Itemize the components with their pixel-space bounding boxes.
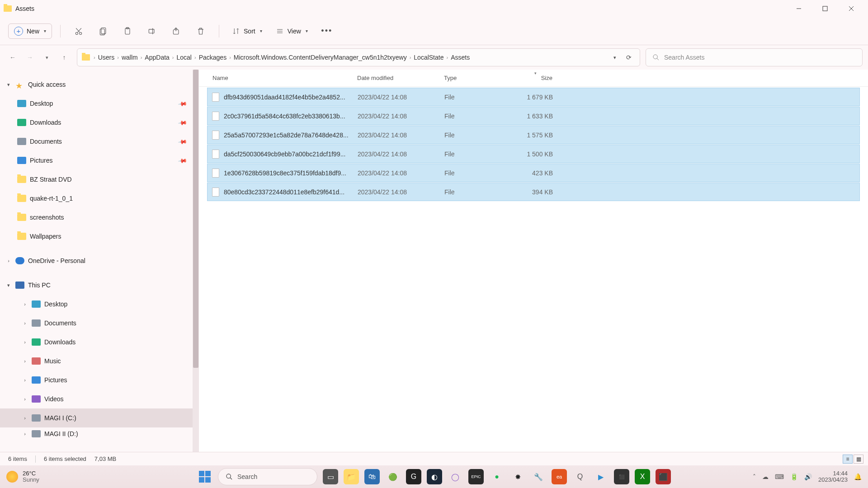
cut-button[interactable] xyxy=(69,22,89,40)
breadcrumb[interactable]: LocalState xyxy=(414,54,443,61)
file-explorer-button[interactable]: 📁 xyxy=(344,469,359,484)
file-row[interactable]: 2c0c37961d5a584c4c638fc2eb3380613b...202… xyxy=(207,107,860,125)
app-button[interactable]: ⬛ xyxy=(656,469,671,484)
col-date[interactable]: Date modified xyxy=(353,75,439,81)
sidebar-pc-desktop[interactable]: ›Desktop xyxy=(0,295,199,314)
chevron-right-icon[interactable]: › xyxy=(22,339,28,345)
file-row[interactable]: 1e3067628b59819c8ec375f159fdab18df9...20… xyxy=(207,164,860,182)
details-view-button[interactable]: ≡ xyxy=(843,455,853,464)
app-button[interactable]: G xyxy=(406,469,421,484)
app-button[interactable]: ✸ xyxy=(510,469,525,484)
task-view-button[interactable]: ▭ xyxy=(323,469,338,484)
col-type[interactable]: Type xyxy=(439,75,512,81)
chevron-down-icon[interactable]: ▾ xyxy=(5,282,12,288)
app-button[interactable]: Q xyxy=(572,469,588,484)
start-button[interactable] xyxy=(197,469,212,484)
breadcrumb[interactable]: Assets xyxy=(451,54,470,61)
sidebar-pc-music[interactable]: ›Music xyxy=(0,352,199,371)
tray-overflow[interactable]: ˄ xyxy=(753,473,756,480)
chevron-down-icon[interactable]: ▾ xyxy=(5,82,12,88)
sidebar-pc-drive-c[interactable]: ›MAGI I (C:) xyxy=(0,408,199,427)
thumbnails-view-button[interactable]: ▦ xyxy=(854,455,863,464)
col-size[interactable]: ▾Size xyxy=(512,75,557,81)
app-button[interactable]: ▶ xyxy=(593,469,609,484)
col-name[interactable]: Name xyxy=(199,75,353,81)
file-row[interactable]: 80e80cd3c233722448d011e8efb29f641d...202… xyxy=(207,183,860,201)
breadcrumb[interactable]: wallm xyxy=(122,54,138,61)
volume-tray-icon[interactable]: 🔊 xyxy=(804,473,812,480)
taskbar-search[interactable]: Search xyxy=(218,468,317,485)
spotify-button[interactable]: ● xyxy=(489,469,505,484)
rename-button[interactable] xyxy=(142,22,162,40)
up-button[interactable]: ↑ xyxy=(60,54,69,61)
sidebar-pc-documents[interactable]: ›Documents xyxy=(0,314,199,333)
chevron-right-icon[interactable]: › xyxy=(22,358,28,364)
history-button[interactable]: ▾ xyxy=(42,55,52,61)
breadcrumb[interactable]: Users xyxy=(98,54,115,61)
app-button[interactable]: ◯ xyxy=(448,469,463,484)
chevron-right-icon[interactable]: › xyxy=(22,301,28,307)
chevron-right-icon[interactable]: › xyxy=(22,320,28,326)
address-bar[interactable]: › Users › wallm › AppData › Local › Pack… xyxy=(77,48,640,66)
file-row[interactable]: 25a5a57007293e1c5a82de78a7648de428...202… xyxy=(207,126,860,144)
steam-button[interactable]: ◐ xyxy=(427,469,442,484)
scrollbar-thumb[interactable] xyxy=(193,70,198,368)
forward-button[interactable]: → xyxy=(25,54,34,61)
chevron-right-icon[interactable]: › xyxy=(5,258,12,263)
paste-button[interactable] xyxy=(118,22,137,40)
sidebar-quick-access[interactable]: ▾ ★ Quick access xyxy=(0,75,199,94)
sidebar-item-pictures[interactable]: Pictures📌 xyxy=(0,151,199,170)
file-row[interactable]: da5cf250030649cb9ebb7a00bc21dcf1f99...20… xyxy=(207,145,860,163)
sidebar-item-downloads[interactable]: Downloads📌 xyxy=(0,113,199,132)
breadcrumb[interactable]: Microsoft.Windows.ContentDeliveryManager… xyxy=(234,54,407,61)
minimize-button[interactable] xyxy=(786,0,812,17)
chevron-right-icon[interactable]: › xyxy=(22,377,28,383)
view-button[interactable]: View ▾ xyxy=(271,24,312,38)
breadcrumb[interactable]: AppData xyxy=(145,54,169,61)
chevron-right-icon[interactable]: › xyxy=(22,396,28,402)
copy-button[interactable] xyxy=(93,22,113,40)
xbox-button[interactable]: X xyxy=(635,469,650,484)
sidebar-item-folder[interactable]: Wallpapers xyxy=(0,227,199,246)
app-button[interactable]: ⬛ xyxy=(614,469,629,484)
sidebar-pc-drive-d[interactable]: ›MAGI II (D:) xyxy=(0,427,199,440)
sidebar-pc-pictures[interactable]: ›Pictures xyxy=(0,371,199,389)
address-dropdown[interactable]: ▾ xyxy=(610,55,620,61)
sidebar-item-documents[interactable]: Documents📌 xyxy=(0,132,199,151)
epic-button[interactable]: EPIC xyxy=(468,469,484,484)
delete-button[interactable] xyxy=(191,22,211,40)
share-button[interactable] xyxy=(166,22,186,40)
back-button[interactable]: ← xyxy=(8,54,17,61)
battery-tray-icon[interactable]: 🔋 xyxy=(790,473,798,480)
sidebar-scrollbar[interactable] xyxy=(193,70,199,452)
clock[interactable]: 14:44 2023/04/23 xyxy=(818,470,848,483)
close-button[interactable] xyxy=(838,0,864,17)
ms-store-button[interactable]: 🛍 xyxy=(364,469,380,484)
keyboard-tray-icon[interactable]: ⌨ xyxy=(775,473,784,480)
file-row[interactable]: dfb943d69051daad4182f4e4b5be2a4852...202… xyxy=(207,88,860,106)
sidebar-item-desktop[interactable]: Desktop📌 xyxy=(0,94,199,113)
sidebar-this-pc[interactable]: ▾ This PC xyxy=(0,276,199,295)
search-box[interactable]: Search Assets xyxy=(646,48,863,66)
weather-widget[interactable]: 26°C Sunny xyxy=(6,470,39,483)
sidebar-onedrive[interactable]: › OneDrive - Personal xyxy=(0,251,199,270)
sidebar-item-folder[interactable]: BZ Straat DVD xyxy=(0,170,199,189)
chevron-right-icon[interactable]: › xyxy=(22,431,28,436)
new-button[interactable]: + New ▾ xyxy=(8,23,52,39)
chrome-button[interactable]: 🟢 xyxy=(385,469,401,484)
chevron-right-icon[interactable]: › xyxy=(22,415,28,421)
sidebar-pc-videos[interactable]: ›Videos xyxy=(0,389,199,408)
ea-button[interactable]: ea xyxy=(552,469,567,484)
sidebar-item-folder[interactable]: quake-rt-1_0_1 xyxy=(0,189,199,208)
sort-button[interactable]: Sort ▾ xyxy=(227,24,267,38)
app-button[interactable]: 🔧 xyxy=(531,469,546,484)
breadcrumb[interactable]: Packages xyxy=(199,54,226,61)
sidebar-item-folder[interactable]: screenshots xyxy=(0,208,199,227)
notifications-button[interactable]: 🔔 xyxy=(854,473,862,480)
refresh-button[interactable]: ⟳ xyxy=(623,54,635,61)
sidebar-pc-downloads[interactable]: ›Downloads xyxy=(0,333,199,352)
breadcrumb[interactable]: Local xyxy=(177,54,192,61)
maximize-button[interactable] xyxy=(812,0,838,17)
more-button[interactable]: ••• xyxy=(317,22,337,40)
onedrive-tray-icon[interactable]: ☁ xyxy=(762,473,769,480)
